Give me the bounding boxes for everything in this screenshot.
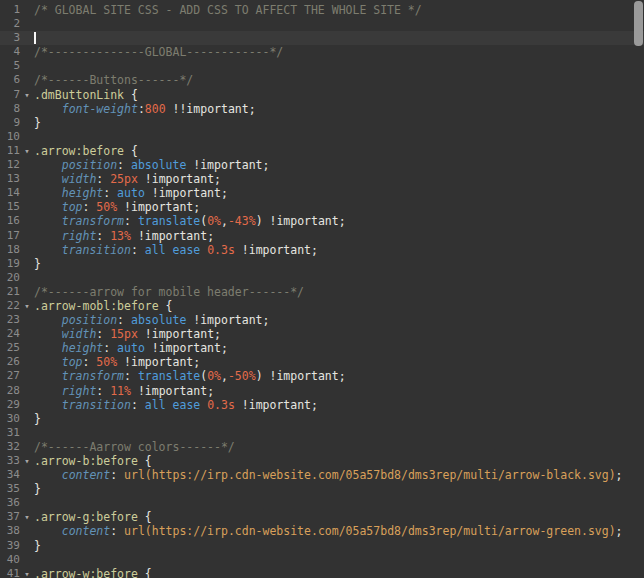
code-line[interactable]: 22▾.arrow-mobl:before { (0, 299, 644, 313)
code-line[interactable]: 19} (0, 257, 644, 271)
code-line[interactable]: 5 (0, 59, 644, 73)
code-token: : (96, 384, 110, 398)
code-token: content (62, 468, 110, 482)
code-token: 800 (145, 102, 166, 116)
fold-spacer (20, 341, 34, 355)
code-line[interactable]: 32/*------Aarrow colors------*/ (0, 440, 644, 454)
code-line[interactable]: 41▾.arrow-w:before { (0, 567, 644, 578)
fold-caret-icon[interactable]: ▾ (20, 567, 34, 578)
code-token: !important; (186, 313, 269, 327)
code-line[interactable]: 9} (0, 116, 644, 130)
css-code-editor[interactable]: 1/* GLOBAL SITE CSS - ADD CSS TO AFFECT … (0, 0, 644, 578)
code-line[interactable]: 29 transition: all ease 0.3s !important; (0, 398, 644, 412)
fold-spacer (20, 327, 34, 341)
fold-spacer (20, 412, 34, 426)
code-token: : (103, 341, 117, 355)
line-number: 40 (0, 553, 20, 567)
line-number: 22 (0, 299, 20, 313)
code-token: !important; (145, 186, 228, 200)
code-token: 0.3s (207, 398, 235, 412)
code-token: height (62, 186, 104, 200)
fold-caret-icon[interactable]: ▾ (20, 88, 34, 102)
code-line[interactable]: 36 (0, 496, 644, 510)
code-line[interactable]: 12 position: absolute !important; (0, 158, 644, 172)
code-token: .arrow-g:before (34, 510, 138, 524)
code-token: top (62, 200, 83, 214)
code-line[interactable]: 13 width: 25px !important; (0, 172, 644, 186)
code-line[interactable]: 34 content: url(https://irp.cdn-website.… (0, 468, 644, 482)
code-line[interactable]: 27 transform: translate(0%,-50%) !import… (0, 369, 644, 383)
line-number: 31 (0, 426, 20, 440)
line-number: 36 (0, 496, 20, 510)
code-line[interactable]: 30} (0, 412, 644, 426)
code-token (34, 524, 62, 538)
scrollbar-thumb[interactable] (634, 1, 643, 46)
code-text: /*--------------GLOBAL------------*/ (34, 45, 644, 59)
fold-spacer (20, 214, 34, 228)
code-token: } (34, 482, 41, 496)
code-text: /*------arrow for mobile header------*/ (34, 285, 644, 299)
code-token: { (159, 299, 173, 313)
line-number: 4 (0, 45, 20, 59)
fold-caret-icon[interactable]: ▾ (20, 510, 34, 524)
line-number: 26 (0, 355, 20, 369)
code-token: !important; (117, 355, 200, 369)
code-line[interactable]: 10 (0, 130, 644, 144)
code-token: .arrow:before (34, 144, 124, 158)
code-line[interactable]: 31 (0, 426, 644, 440)
code-token: /*------Buttons------*/ (34, 73, 193, 87)
code-line[interactable]: 7▾.dmButtonLink { (0, 88, 644, 102)
code-line[interactable]: 24 width: 15px !important; (0, 327, 644, 341)
code-token (34, 214, 62, 228)
line-number: 33 (0, 454, 20, 468)
code-line[interactable]: 3 (0, 31, 644, 45)
code-line[interactable]: 14 height: auto !important; (0, 186, 644, 200)
code-line[interactable]: 17 right: 13% !important; (0, 229, 644, 243)
fold-spacer (20, 496, 34, 510)
code-line[interactable]: 21/*------arrow for mobile header------*… (0, 285, 644, 299)
line-number: 41 (0, 567, 20, 578)
code-token: !important; (235, 243, 318, 257)
code-line[interactable]: 23 position: absolute !important; (0, 313, 644, 327)
code-line[interactable]: 15 top: 50% !important; (0, 200, 644, 214)
code-line[interactable]: 35} (0, 482, 644, 496)
code-line[interactable]: 37▾.arrow-g:before { (0, 510, 644, 524)
code-line[interactable]: 8 font-weight:800 !!important; (0, 102, 644, 116)
code-line[interactable]: 18 transition: all ease 0.3s !important; (0, 243, 644, 257)
fold-caret-icon[interactable]: ▾ (20, 299, 34, 313)
code-token: : (96, 229, 110, 243)
code-token: auto (117, 186, 145, 200)
code-line[interactable]: 11▾.arrow:before { (0, 144, 644, 158)
code-token: transition (62, 398, 131, 412)
vertical-scrollbar[interactable] (632, 0, 644, 578)
fold-caret-icon[interactable]: ▾ (20, 144, 34, 158)
fold-spacer (20, 482, 34, 496)
code-text: top: 50% !important; (34, 200, 644, 214)
code-token: : (124, 214, 138, 228)
code-line[interactable]: 1/* GLOBAL SITE CSS - ADD CSS TO AFFECT … (0, 3, 644, 17)
code-line[interactable]: 40 (0, 553, 644, 567)
code-token: } (34, 539, 41, 553)
code-line[interactable]: 20 (0, 271, 644, 285)
code-line[interactable]: 4/*--------------GLOBAL------------*/ (0, 45, 644, 59)
fold-caret-icon[interactable]: ▾ (20, 454, 34, 468)
code-token: 50% (96, 355, 117, 369)
code-token: url(https://irp.cdn-website.com/05a57bd8… (124, 524, 616, 538)
fold-spacer (20, 285, 34, 299)
code-line[interactable]: 38 content: url(https://irp.cdn-website.… (0, 524, 644, 538)
code-line[interactable]: 16 transform: translate(0%,-43%) !import… (0, 214, 644, 228)
code-token: /* GLOBAL SITE CSS - ADD CSS TO AFFECT T… (34, 3, 422, 17)
fold-spacer (20, 73, 34, 87)
code-line[interactable]: 26 top: 50% !important; (0, 355, 644, 369)
fold-spacer (20, 398, 34, 412)
code-line[interactable]: 28 right: 11% !important; (0, 384, 644, 398)
code-line[interactable]: 39} (0, 539, 644, 553)
code-line[interactable]: 33▾.arrow-b:before { (0, 454, 644, 468)
code-token (34, 243, 62, 257)
code-line[interactable]: 25 height: auto !important; (0, 341, 644, 355)
code-line[interactable]: 2 (0, 17, 644, 31)
code-token: !important; (131, 384, 214, 398)
code-line[interactable]: 6/*------Buttons------*/ (0, 73, 644, 87)
code-token: width (62, 172, 97, 186)
code-token: /*--------------GLOBAL------------*/ (34, 45, 283, 59)
